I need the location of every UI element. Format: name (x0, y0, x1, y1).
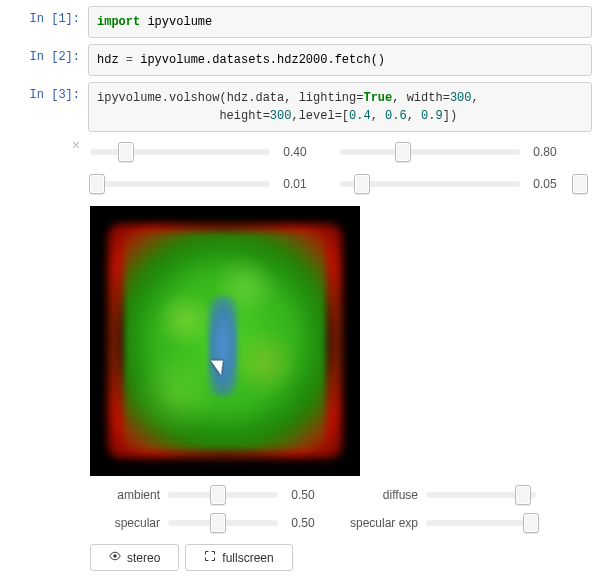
fullscreen-button[interactable]: fullscreen (185, 544, 292, 571)
prompt-in-2: In [2]: (0, 44, 88, 64)
specular-exp-label: specular exp (328, 516, 426, 530)
prompt-in-3: In [3]: (0, 82, 88, 102)
slider-thumb[interactable] (89, 174, 105, 194)
slider-thumb[interactable] (210, 513, 226, 533)
lighting-row-1: ambient 0.50 diffuse (80, 482, 590, 508)
slider-thumb[interactable] (118, 142, 134, 162)
level-slider-5[interactable] (580, 181, 588, 187)
code-cell-3: In [3]: ipyvolume.volshow(hdz.data, ligh… (0, 82, 592, 132)
stereo-button-label: stereo (127, 551, 160, 565)
specular-value: 0.50 (278, 516, 328, 530)
level-value-3: 0.01 (270, 177, 320, 191)
module-name: ipyvolume (147, 15, 212, 29)
volume-isosurface-inner (208, 296, 238, 396)
ambient-value: 0.50 (278, 488, 328, 502)
specular-label: specular (80, 516, 168, 530)
fullscreen-icon (204, 550, 216, 565)
ambient-slider[interactable] (168, 492, 278, 498)
diffuse-label: diffuse (328, 488, 426, 502)
level-slider-1[interactable] (90, 149, 270, 155)
output-area: × 0.40 0.80 0.01 0.05 (80, 138, 600, 571)
slider-thumb[interactable] (572, 174, 588, 194)
volume-render-canvas[interactable] (90, 206, 360, 476)
eye-icon (109, 550, 121, 565)
slider-thumb[interactable] (354, 174, 370, 194)
code-input-2[interactable]: hdz = ipyvolume.datasets.hdz2000.fetch() (88, 44, 592, 76)
level-slider-row-2: 0.01 0.05 (80, 170, 590, 198)
level-value-2: 0.80 (520, 145, 570, 159)
stereo-button[interactable]: stereo (90, 544, 179, 571)
fullscreen-button-label: fullscreen (222, 551, 273, 565)
slider-thumb[interactable] (395, 142, 411, 162)
prompt-in-1: In [1]: (0, 6, 88, 26)
code-cell-1: In [1]: import ipyvolume (0, 6, 592, 38)
ambient-label: ambient (80, 488, 168, 502)
diffuse-slider[interactable] (426, 492, 536, 498)
level-value-1: 0.40 (270, 145, 320, 159)
code-cell-2: In [2]: hdz = ipyvolume.datasets.hdz2000… (0, 44, 592, 76)
level-slider-2[interactable] (340, 149, 520, 155)
level-slider-4[interactable] (340, 181, 520, 187)
button-row: stereo fullscreen (90, 544, 590, 571)
slider-thumb[interactable] (523, 513, 539, 533)
slider-thumb[interactable] (515, 485, 531, 505)
specular-exp-slider[interactable] (426, 520, 536, 526)
keyword-import: import (97, 15, 140, 29)
specular-slider[interactable] (168, 520, 278, 526)
level-slider-row-1: 0.40 0.80 (80, 138, 590, 166)
code-input-3[interactable]: ipyvolume.volshow(hdz.data, lighting=Tru… (88, 82, 592, 132)
level-slider-3[interactable] (90, 181, 270, 187)
lighting-row-2: specular 0.50 specular exp (80, 510, 590, 536)
code-input-1[interactable]: import ipyvolume (88, 6, 592, 38)
close-icon[interactable]: × (72, 138, 80, 152)
slider-thumb[interactable] (210, 485, 226, 505)
level-value-4: 0.05 (520, 177, 570, 191)
svg-point-0 (113, 554, 116, 557)
